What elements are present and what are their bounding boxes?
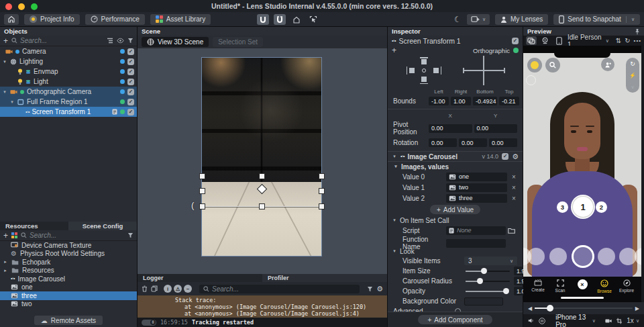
script-field[interactable]: None [446, 226, 506, 235]
home-button[interactable] [4, 14, 19, 25]
gizmo-handle-top-center[interactable] [259, 173, 265, 179]
profile-button[interactable] [527, 58, 542, 73]
lens-slot[interactable] [549, 248, 567, 265]
image-carousel-section-header[interactable]: ▾ •◦• Image Carousel v 14.0 ✓ ⚙ [388, 151, 523, 162]
copy-log-button[interactable] [151, 285, 158, 292]
add-friend-button[interactable] [601, 58, 614, 71]
layer-dot[interactable] [120, 69, 125, 74]
images-values-header[interactable]: ▾ Images, values [388, 162, 523, 171]
carousel-item-2[interactable]: 2 [596, 201, 607, 213]
step-back-icon[interactable]: ◀ [528, 306, 532, 312]
browse-folder-button[interactable] [508, 228, 515, 234]
asset-library-small-icon[interactable] [11, 232, 17, 238]
carousel-item-1[interactable]: 1 [573, 197, 593, 217]
search-button[interactable] [545, 58, 560, 73]
enabled-checkbox[interactable]: ✓ [127, 99, 134, 105]
step-forward-icon[interactable]: ▶ [635, 306, 639, 312]
filter-info-toggle[interactable]: i [164, 285, 172, 293]
pivot-x-field[interactable]: 0.00 [429, 124, 472, 133]
pin-icon[interactable] [635, 28, 640, 35]
tree-item-screen-transform[interactable]: •◦• Screen Transform 1 ✓ [0, 107, 137, 117]
filter-icon[interactable] [367, 286, 373, 292]
resource-texture-three[interactable]: three [0, 291, 137, 300]
flash-off-icon[interactable]: ⚡ [629, 73, 636, 79]
tab-scene-config[interactable]: Scene Config [68, 222, 137, 230]
snap-to-object-button[interactable] [274, 14, 286, 25]
asset-library-button[interactable]: Asset Library [150, 14, 211, 25]
lens-slot[interactable] [527, 248, 545, 265]
layer-dot[interactable] [120, 59, 125, 64]
layer-dot[interactable] [120, 89, 125, 94]
rotation-z-field[interactable]: 0.00 [489, 138, 517, 147]
filter-icon[interactable] [127, 232, 133, 238]
project-info-button[interactable]: Project Info [24, 14, 80, 25]
send-to-snapchat-button[interactable]: Send to Snapchat ∨ [553, 14, 640, 25]
zoom-selector[interactable]: 1x ∨ [627, 317, 639, 324]
performance-button[interactable]: Performance [85, 14, 145, 25]
component-enabled-checkbox[interactable]: ✓ [512, 38, 519, 44]
gizmo-rotate-handle[interactable]: ( [191, 200, 194, 210]
hierarchy-view-icon[interactable] [107, 38, 113, 44]
visible-items-select[interactable]: 3 ∨ [464, 256, 517, 265]
visibility-icon[interactable] [117, 38, 124, 44]
remove-value-button[interactable]: × [509, 184, 519, 191]
background-color-swatch[interactable] [464, 297, 503, 306]
nav-explore[interactable]: Explore [617, 279, 636, 293]
logger-search-input[interactable]: Search... [199, 285, 360, 293]
expand-icon[interactable]: ▾ [9, 99, 15, 105]
device-mode-button[interactable] [553, 36, 564, 45]
flip-camera-icon[interactable]: ↻ [630, 60, 635, 67]
record-video-icon[interactable] [605, 318, 612, 324]
add-resource-button[interactable]: + [3, 232, 8, 239]
selection-set-button[interactable]: Selection Set [213, 37, 263, 47]
select-tool-button[interactable] [307, 14, 319, 25]
pivot-y-field[interactable]: 0.00 [474, 124, 518, 133]
tab-resources[interactable]: Resources [0, 222, 68, 230]
chevron-down-icon[interactable]: ∨ [631, 17, 635, 22]
enabled-checkbox[interactable]: ✓ [127, 79, 134, 85]
layer-dot[interactable] [120, 49, 125, 54]
layer-dot[interactable] [120, 79, 125, 84]
shutter-button[interactable] [572, 245, 594, 268]
add-button[interactable]: + [392, 47, 396, 54]
resources-search-input[interactable]: Search... [21, 232, 124, 239]
carousel-item-3[interactable]: 3 [557, 201, 568, 213]
resource-physics-settings[interactable]: ⚙ Physics Root World Settings [0, 250, 137, 259]
more-options-icon[interactable]: ••• [634, 38, 641, 44]
scene-viewport[interactable]: ( [138, 48, 387, 274]
resource-folder-resources[interactable]: ▸ Resources [0, 267, 137, 275]
enabled-checkbox[interactable]: ✓ [127, 58, 134, 65]
theme-toggle-icon[interactable]: ☾ [454, 15, 462, 24]
gizmo-handle-mid-left[interactable] [199, 188, 205, 194]
tree-item-full-frame-region[interactable]: ▾ Full Frame Region 1 ✓ [0, 97, 137, 107]
view-3d-scene-button[interactable]: View 3D Scene [142, 37, 209, 47]
lens-slot[interactable] [598, 248, 615, 265]
tree-item-light[interactable]: Light ✓ [0, 77, 137, 87]
filter-icon[interactable] [127, 38, 133, 44]
gizmo-handle-bottom-right[interactable] [319, 203, 325, 209]
pause-button[interactable] [539, 317, 545, 325]
resource-texture-two[interactable]: two [0, 300, 137, 309]
nav-scan[interactable]: Scan [551, 279, 570, 293]
my-lenses-button[interactable]: My Lenses [495, 14, 548, 25]
expand-icon[interactable]: ▸ [3, 268, 8, 273]
playback-slider[interactable] [535, 308, 633, 309]
pivot-cross-widget[interactable] [461, 56, 508, 85]
preview-mode-button[interactable] [526, 36, 537, 45]
resource-device-camera-texture[interactable]: Device Camera Texture [0, 241, 137, 250]
collapse-icon[interactable]: ▾ [392, 154, 397, 159]
opacity-slider[interactable] [466, 287, 510, 295]
add-value-button[interactable]: + Add Value [430, 205, 480, 214]
value-0-field[interactable]: one [446, 173, 507, 181]
tree-item-envmap[interactable]: Envmap ✓ [0, 66, 137, 77]
gizmo-handle-mid-right[interactable] [319, 188, 325, 194]
remove-value-button[interactable]: × [509, 173, 519, 181]
enabled-checkbox[interactable]: ✓ [127, 48, 134, 55]
enabled-checkbox[interactable]: ✓ [127, 109, 134, 115]
gizmo-handle-bottom-left[interactable] [199, 203, 205, 209]
resource-texture-one[interactable]: one [0, 283, 137, 292]
bounds-bottom-field[interactable]: -0.4924 [473, 97, 497, 105]
look-header[interactable]: ▾ Look [388, 246, 523, 256]
enabled-checkbox[interactable]: ✓ [127, 68, 134, 75]
bounds-right-field[interactable]: 1.00 [451, 97, 471, 105]
